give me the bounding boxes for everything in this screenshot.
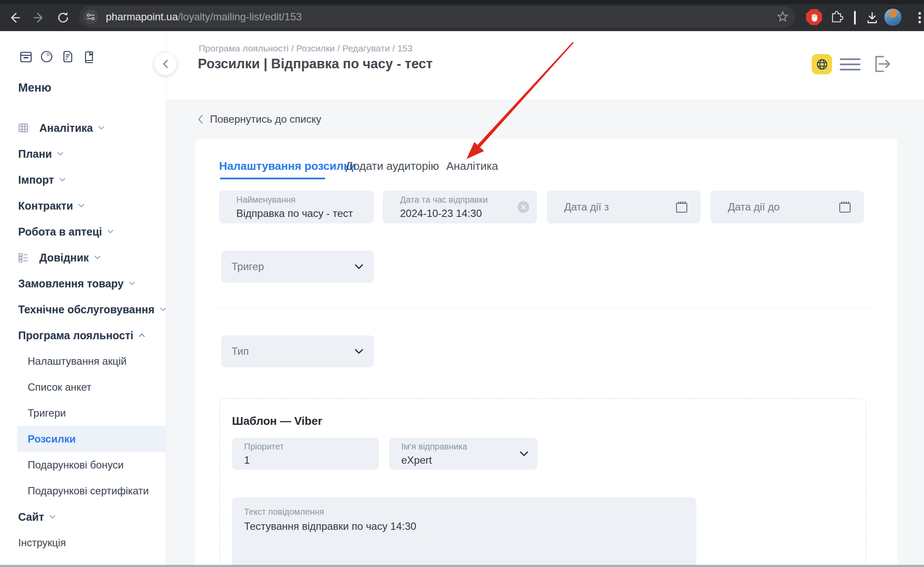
hamburger-icon — [840, 58, 860, 60]
sidebar-item-contracts[interactable]: Контракти — [0, 193, 166, 219]
calendar-icon[interactable] — [675, 200, 689, 214]
extensions-button[interactable] — [828, 9, 845, 25]
chevron-down-icon — [94, 255, 101, 260]
sidebar-item-loyalty-program[interactable]: Програма лояльності — [0, 322, 166, 348]
kebab-menu-icon — [918, 10, 921, 25]
downloads-button[interactable] — [864, 10, 880, 26]
date-from-field[interactable]: Дата дії з — [547, 191, 701, 223]
chevron-down-icon — [519, 451, 529, 457]
clear-datetime-button[interactable] — [518, 201, 529, 213]
trigger-select[interactable]: Тригер — [221, 251, 374, 283]
breadcrumb[interactable]: Програма лояльності / Розсилки / Редагув… — [199, 43, 413, 54]
date-to-field[interactable]: Дата дії до — [711, 191, 864, 223]
adblock-extension-icon[interactable] — [806, 9, 822, 25]
logout-icon — [871, 54, 892, 74]
document-icon[interactable] — [61, 50, 75, 65]
chevron-down-icon — [57, 152, 64, 156]
bookmark-star-button[interactable] — [777, 11, 788, 22]
sidebar-item-site[interactable]: Сайт — [0, 504, 166, 530]
list-rows-icon — [18, 252, 29, 263]
sidebar-item-plans[interactable]: Плани — [0, 141, 166, 167]
sidebar-item-mailings[interactable]: Розсилки — [17, 426, 166, 452]
site-info-icon[interactable] — [83, 10, 98, 24]
puzzle-icon — [829, 10, 843, 24]
globe-icon — [815, 57, 829, 71]
sidebar-item-analytics[interactable]: Аналітика — [0, 115, 166, 141]
forward-arrow-icon — [32, 10, 46, 25]
page-header: Програма лояльності / Розсилки / Редагув… — [166, 31, 924, 99]
horizontal-scrollbar[interactable] — [0, 565, 924, 567]
priority-field[interactable]: Пріоритет 1 — [232, 438, 379, 470]
browser-menu-button[interactable] — [911, 10, 924, 26]
close-icon — [521, 204, 526, 210]
chevron-down-icon — [78, 204, 85, 208]
tab-mailing-settings[interactable]: Налаштування розсилки — [219, 159, 356, 173]
toolbar-separator — [854, 11, 856, 25]
reload-icon — [56, 10, 70, 25]
section-divider — [219, 308, 873, 309]
browser-back-button[interactable] — [6, 10, 23, 26]
url-domain: pharmapoint.ua — [106, 11, 178, 23]
sidebar-item-gift-bonuses[interactable]: Подарункові бонуси — [0, 452, 166, 478]
chevron-down-icon — [160, 307, 166, 312]
chevron-down-icon — [59, 178, 66, 182]
name-field[interactable]: Найменування Відправка по часу - тест — [219, 191, 374, 223]
sidebar-collapse-button[interactable] — [154, 53, 177, 75]
chevron-down-icon — [354, 348, 364, 354]
sidebar-item-pharmacy-work[interactable]: Робота в аптеці — [0, 219, 166, 245]
browser-forward-button[interactable] — [31, 10, 47, 26]
browser-profile-avatar[interactable] — [884, 8, 902, 26]
chevron-down-icon — [354, 264, 364, 270]
browser-top-strip — [0, 0, 924, 4]
type-select[interactable]: Тип — [221, 335, 374, 367]
chevron-down-icon — [49, 515, 56, 519]
template-section-title: Шаблон — Viber — [232, 414, 322, 428]
tab-add-audience[interactable]: Додати аудиторію — [346, 159, 439, 173]
chevron-left-icon — [161, 58, 170, 70]
browser-toolbar: pharmapoint.ua/loyalty/mailing-list/edit… — [0, 0, 924, 31]
archive-box-icon[interactable] — [19, 50, 33, 65]
sidebar-item-promo-settings[interactable]: Налаштування акцій — [0, 348, 166, 374]
viber-template-section: Шаблон — Viber Пріоритет 1 Ім'я відправн… — [219, 398, 866, 567]
chevron-left-icon — [197, 114, 204, 124]
url-text: pharmapoint.ua/loyalty/mailing-list/edit… — [106, 6, 302, 28]
sidebar-item-goods-order[interactable]: Замовлення товару — [0, 271, 166, 296]
pie-chart-icon[interactable] — [40, 50, 54, 65]
star-icon — [777, 11, 788, 22]
menu-title: Меню — [18, 81, 51, 95]
sidebar-item-questionnaires[interactable]: Список анкет — [0, 374, 166, 400]
language-button[interactable] — [812, 54, 832, 74]
download-icon — [865, 10, 880, 25]
page-title: Розсилки | Відправка по часу - тест — [198, 56, 433, 72]
sidebar-item-directory[interactable]: Довідник — [0, 245, 166, 271]
sender-name-select[interactable]: Ім'я відправника eXpert — [389, 438, 537, 470]
url-path: /loyalty/mailing-list/edit/153 — [178, 11, 302, 23]
chevron-down-icon — [98, 126, 105, 130]
tab-analytics[interactable]: Аналітика — [446, 159, 498, 173]
active-tab-underline — [220, 178, 325, 179]
chevron-down-icon — [129, 281, 135, 286]
sidebar-item-gift-certificates[interactable]: Подарункові сертифікати — [0, 478, 166, 504]
mailing-edit-card: Налаштування розсилки Додати аудиторію А… — [195, 139, 897, 567]
sidebar-item-triggers[interactable]: Тригери — [0, 400, 166, 426]
app-menu-button[interactable] — [840, 58, 860, 70]
url-bar[interactable]: pharmapoint.ua/loyalty/mailing-list/edit… — [79, 6, 795, 28]
sidebar: Меню Аналітика Плани Імпорт Контракти Ро… — [0, 31, 166, 567]
table-grid-icon — [18, 123, 29, 133]
chevron-down-icon — [107, 229, 114, 234]
logout-button[interactable] — [871, 54, 892, 76]
chevron-up-icon — [139, 333, 145, 338]
sidebar-item-maintenance[interactable]: Технічне обслуговування — [0, 296, 166, 322]
message-text-field[interactable]: Текст повідомлення Тестування відправки … — [232, 497, 696, 567]
browser-reload-button[interactable] — [55, 10, 71, 26]
hand-icon — [810, 13, 819, 22]
back-arrow-icon — [7, 10, 22, 25]
sidebar-item-instruction[interactable]: Інструкція — [0, 530, 166, 556]
back-to-list-link[interactable]: Повернутись до списку — [197, 113, 321, 125]
send-datetime-field[interactable]: Дата та час відправки 2024-10-23 14:30 — [383, 191, 537, 223]
calendar-icon[interactable] — [838, 200, 852, 214]
screenshot-root: pharmapoint.ua/loyalty/mailing-list/edit… — [0, 0, 924, 567]
book-icon[interactable] — [82, 50, 96, 65]
main-content: Повернутись до списку Налаштування розси… — [166, 99, 924, 567]
sidebar-item-import[interactable]: Імпорт — [0, 167, 166, 193]
